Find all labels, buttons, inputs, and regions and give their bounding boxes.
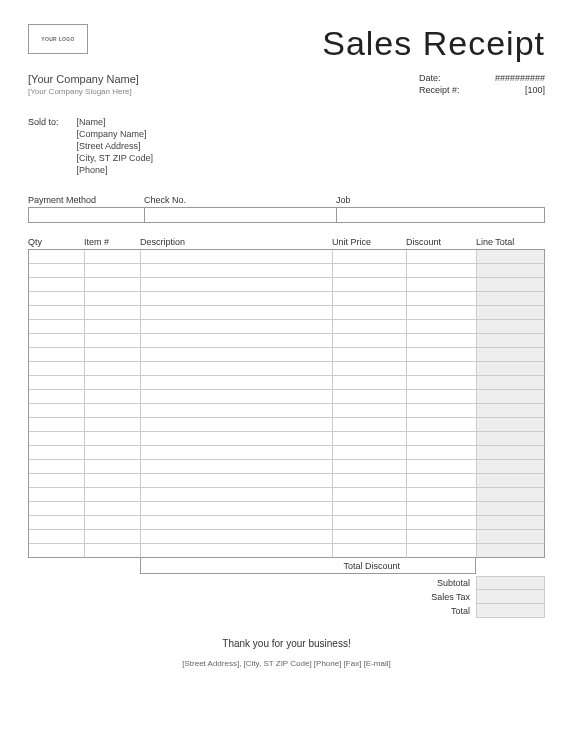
table-cell <box>407 348 477 362</box>
table-cell <box>85 530 141 544</box>
table-cell <box>333 460 407 474</box>
total-discount-cell <box>406 558 476 574</box>
payment-method-header: Payment Method <box>28 195 144 205</box>
table-cell <box>85 320 141 334</box>
table-cell <box>477 362 545 376</box>
table-cell <box>85 488 141 502</box>
table-cell <box>85 390 141 404</box>
table-cell <box>141 348 333 362</box>
table-cell <box>477 418 545 432</box>
table-cell <box>407 320 477 334</box>
table-cell <box>407 446 477 460</box>
table-cell <box>333 432 407 446</box>
table-row <box>29 530 545 544</box>
table-row <box>29 502 545 516</box>
table-cell <box>407 530 477 544</box>
table-cell <box>477 488 545 502</box>
table-row <box>29 390 545 404</box>
table-cell <box>29 250 85 264</box>
job-cell <box>337 208 544 222</box>
table-cell <box>477 432 545 446</box>
table-cell <box>477 334 545 348</box>
table-cell <box>141 432 333 446</box>
table-cell <box>333 404 407 418</box>
table-cell <box>85 516 141 530</box>
table-cell <box>477 278 545 292</box>
table-cell <box>29 530 85 544</box>
table-cell <box>477 376 545 390</box>
table-cell <box>333 264 407 278</box>
table-cell <box>407 474 477 488</box>
table-cell <box>29 516 85 530</box>
table-row <box>29 292 545 306</box>
sold-to-name: [Name] <box>77 117 154 127</box>
table-cell <box>141 250 333 264</box>
table-cell <box>407 390 477 404</box>
table-cell <box>333 418 407 432</box>
table-cell <box>29 376 85 390</box>
subtotal-label: Subtotal <box>437 576 476 590</box>
table-cell <box>477 348 545 362</box>
table-cell <box>333 390 407 404</box>
table-cell <box>141 292 333 306</box>
sold-to-street: [Street Address] <box>77 141 154 151</box>
col-qty: Qty <box>28 237 84 247</box>
table-cell <box>333 348 407 362</box>
subtotal-cell <box>476 576 545 590</box>
table-cell <box>85 306 141 320</box>
table-cell <box>333 250 407 264</box>
table-row <box>29 250 545 264</box>
check-no-header: Check No. <box>144 195 336 205</box>
total-label: Total <box>451 604 476 618</box>
table-cell <box>333 502 407 516</box>
logo-placeholder: YOUR LOGO <box>28 24 88 54</box>
table-row <box>29 418 545 432</box>
table-cell <box>29 390 85 404</box>
table-row <box>29 264 545 278</box>
company-name: [Your Company Name] <box>28 73 139 85</box>
sold-to-company: [Company Name] <box>77 129 154 139</box>
table-cell <box>85 404 141 418</box>
table-cell <box>407 264 477 278</box>
table-cell <box>29 418 85 432</box>
job-header: Job <box>336 195 545 205</box>
table-cell <box>477 320 545 334</box>
totals-stack: Subtotal Sales Tax Total <box>28 576 545 618</box>
table-cell <box>85 292 141 306</box>
sold-to-section: Sold to: [Name] [Company Name] [Street A… <box>28 117 545 177</box>
table-row <box>29 404 545 418</box>
table-cell <box>29 544 85 558</box>
table-row <box>29 348 545 362</box>
table-cell <box>85 474 141 488</box>
table-cell <box>29 348 85 362</box>
table-cell <box>141 404 333 418</box>
table-cell <box>477 390 545 404</box>
table-row <box>29 278 545 292</box>
sold-to-label: Sold to: <box>28 117 59 177</box>
date-value: ########## <box>493 73 545 83</box>
table-cell <box>333 446 407 460</box>
sales-tax-cell <box>476 590 545 604</box>
table-cell <box>29 362 85 376</box>
table-cell <box>29 502 85 516</box>
payment-section: Payment Method Check No. Job <box>28 195 545 223</box>
sold-to-fields: [Name] [Company Name] [Street Address] [… <box>77 117 154 177</box>
receipt-number-label: Receipt #: <box>419 85 469 95</box>
table-cell <box>333 334 407 348</box>
line-items-section: Qty Item # Description Unit Price Discou… <box>28 237 545 618</box>
table-cell <box>477 446 545 460</box>
table-cell <box>477 502 545 516</box>
table-cell <box>477 474 545 488</box>
table-cell <box>29 264 85 278</box>
thank-you-message: Thank you for your business! <box>28 638 545 649</box>
total-discount-label: Total Discount <box>140 558 406 574</box>
table-cell <box>477 264 545 278</box>
table-cell <box>333 516 407 530</box>
table-cell <box>407 306 477 320</box>
table-cell <box>85 362 141 376</box>
table-cell <box>29 292 85 306</box>
table-cell <box>85 544 141 558</box>
table-cell <box>29 278 85 292</box>
table-cell <box>141 544 333 558</box>
col-item: Item # <box>84 237 140 247</box>
